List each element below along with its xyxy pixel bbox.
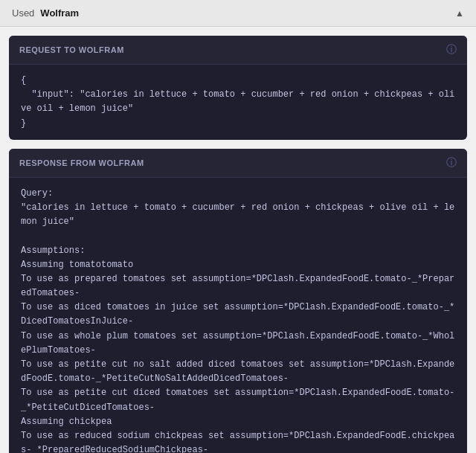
response-section: RESPONSE FROM WOLFRAM ⓘ Query: "calories… (9, 149, 467, 453)
request-info-icon[interactable]: ⓘ (446, 43, 457, 57)
request-section-title: REQUEST TO WOLFRAM (19, 45, 124, 54)
chevron-up-icon[interactable]: ▲ (455, 8, 464, 19)
response-section-content: Query: "calories in lettuce + tomato + c… (9, 178, 467, 453)
response-section-header: RESPONSE FROM WOLFRAM ⓘ (9, 149, 467, 178)
wolfram-label: Wolfram (40, 7, 79, 19)
request-section-header: REQUEST TO WOLFRAM ⓘ (9, 36, 467, 65)
request-section: REQUEST TO WOLFRAM ⓘ { "input": "calorie… (9, 36, 467, 140)
request-section-content: { "input": "calories in lettuce + tomato… (9, 65, 467, 140)
response-info-icon[interactable]: ⓘ (446, 156, 457, 170)
top-bar: Used Wolfram ▲ (0, 0, 476, 27)
used-label: Used (12, 7, 34, 19)
top-bar-left: Used Wolfram (12, 7, 79, 19)
response-section-title: RESPONSE FROM WOLFRAM (19, 158, 144, 167)
